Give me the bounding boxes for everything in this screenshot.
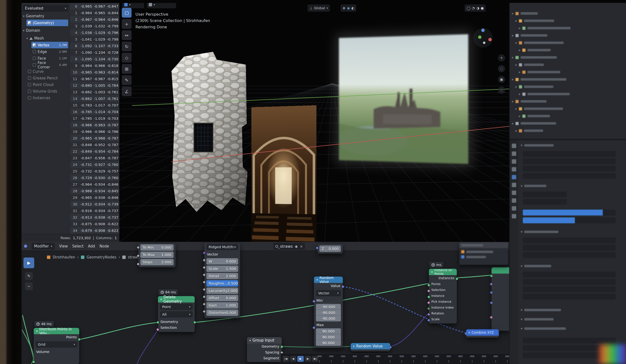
outliner-row[interactable]: ▸	[519, 70, 560, 74]
socket-vector-in[interactable]	[465, 332, 467, 335]
sidebar-item-instances[interactable]: Instances	[26, 95, 68, 101]
table-row[interactable]: 4-1.038-1.029-0.796	[70, 29, 119, 36]
max-vector-fields[interactable]: 90.00090.00090.000	[316, 328, 341, 346]
sidebar-item-face-corner[interactable]: Face Corner4.4M	[31, 62, 68, 68]
property-field[interactable]	[523, 272, 616, 277]
panel-header[interactable]: ▾	[521, 184, 546, 188]
table-row[interactable]: 23-0.847-0.956-0.787	[70, 155, 119, 161]
outliner-row[interactable]: ▸	[519, 92, 570, 96]
outliner-row[interactable]: ▸	[515, 63, 544, 66]
sidebar-item-vertex[interactable]: Vertex1.7M	[31, 42, 68, 48]
node-group-name[interactable]: straws	[280, 244, 293, 249]
shading-icon[interactable]: ◯	[467, 6, 470, 10]
shading-icon[interactable]: ◑	[476, 6, 479, 10]
properties-tab[interactable]	[512, 159, 516, 164]
outliner-row[interactable]: ▸	[512, 56, 557, 59]
vector-component-field[interactable]: 90.000	[316, 334, 341, 340]
annotate-tool[interactable]: ✎	[25, 272, 33, 280]
select-box-tool[interactable]: ▢	[122, 8, 132, 18]
collapse-icon[interactable]: ▾	[36, 330, 38, 333]
viewport-side-button[interactable]: ◌	[498, 65, 505, 72]
table-row[interactable]: 12-0.880-1.005-0.764	[70, 82, 119, 89]
scale-tool[interactable]: ◇	[122, 53, 132, 63]
property-field[interactable]	[523, 199, 567, 205]
menu-view[interactable]: View	[59, 244, 68, 248]
property-field[interactable]	[523, 245, 616, 251]
transform-tool[interactable]: ⊞	[122, 64, 132, 74]
table-row[interactable]: 15-0.783-1.017-0.707	[70, 102, 119, 108]
panel-header[interactable]: ▾	[521, 308, 561, 312]
church-interior-image[interactable]	[251, 105, 316, 242]
outliner-row[interactable]: ▸	[519, 26, 571, 30]
shading-mode-icons[interactable]: ◯◔◑●	[465, 4, 486, 12]
domain-section[interactable]: ▾ Domain	[23, 27, 68, 34]
navigation-gizmo[interactable]	[473, 28, 493, 48]
table-row[interactable]: 24-0.731-0.927-0.760	[70, 161, 119, 168]
table-row[interactable]: 5-1.041-1.029-0.798	[70, 36, 119, 42]
table-row[interactable]: 7-1.090-1.104-0.728	[70, 49, 119, 56]
node-noise-texture[interactable]: Ridged Multifractal ▾ Vector W0.000Scale…	[204, 243, 240, 318]
outliner-row[interactable]: ▸	[512, 12, 538, 15]
node-group-datablock[interactable]: straws ◆ ×	[274, 243, 305, 250]
outliner-row[interactable]: ▸	[512, 34, 547, 37]
transform-orientation-dropdown[interactable]: ⊥ Global ▾	[308, 4, 330, 12]
outliner-row[interactable]: ▸	[515, 85, 553, 88]
table-row[interactable]: 29-0.965-0.938-0.846	[70, 194, 119, 201]
panel-header[interactable]: ▾	[521, 144, 554, 147]
socket-points-out[interactable]	[78, 338, 81, 341]
mode-dropdown[interactable]: ▾	[122, 3, 144, 8]
cursor-tool[interactable]: +	[122, 19, 132, 29]
move-tool[interactable]: ↔	[122, 30, 132, 40]
collapse-icon[interactable]: ▾	[431, 270, 433, 274]
table-row[interactable]: 28-0.968-0.934-0.845	[70, 188, 119, 194]
node-random-value-2[interactable]: ▾ Random Value	[351, 343, 390, 351]
node-random-value[interactable]: ▾ Random Value Value Vector▾ Min -90.000…	[314, 277, 343, 348]
table-row[interactable]: 25-0.732-0.929-0.757	[70, 168, 119, 174]
property-field[interactable]	[523, 173, 616, 179]
property-field[interactable]	[523, 252, 616, 258]
property-field[interactable]	[523, 338, 616, 343]
view-dropdowns[interactable]: ▾	[147, 3, 176, 8]
outliner-row[interactable]: ▸	[519, 48, 551, 52]
table-row[interactable]: 13-0.882-1.003-0.761	[70, 89, 119, 95]
domain-dropdown[interactable]: Point▾	[160, 304, 193, 310]
socket-value-out[interactable]	[342, 285, 344, 288]
outliner-row[interactable]: ▸	[512, 122, 556, 125]
landscape-volume-image[interactable]	[339, 34, 468, 164]
viewport-side-button[interactable]: ▣	[498, 76, 505, 83]
socket-in[interactable]	[428, 284, 430, 287]
property-field[interactable]	[523, 192, 567, 198]
table-row[interactable]: 30-0.912-0.934-0.739	[70, 201, 119, 207]
table-row[interactable]: 2-0.967-0.964-0.846	[70, 16, 119, 23]
properties-tab[interactable]	[512, 206, 516, 211]
vector-component-field[interactable]: -90.000	[316, 316, 341, 322]
outliner-row[interactable]: ▸	[512, 100, 547, 103]
table-row[interactable]: 26-0.729-0.930-0.760	[70, 174, 119, 181]
socket-in[interactable]	[490, 301, 493, 304]
snap-proportional-icons[interactable]: ⊕◉◐	[341, 4, 356, 12]
collapse-icon[interactable]: ▾	[316, 278, 318, 281]
table-row[interactable]: 33-0.875-0.908-0.622	[70, 221, 119, 227]
socket-min-in[interactable]	[313, 300, 315, 303]
node-field-lacunarity[interactable]: Lacunarity2.000	[206, 288, 238, 294]
geometry-section[interactable]: ▾ Geometry	[23, 13, 68, 20]
sidebar-item-point-cloud[interactable]: Point Cloud	[26, 81, 68, 88]
sidebar-item-edge[interactable]: Edge2.9M	[31, 48, 68, 55]
jump-start-button[interactable]: |◀	[283, 356, 289, 362]
property-field[interactable]	[523, 237, 616, 243]
node-vector-fragment[interactable]: Z 0.000	[317, 244, 343, 254]
prev-frame-button[interactable]: ◀	[290, 356, 296, 362]
vector-component-field[interactable]: -90.000	[316, 304, 341, 310]
menu-node[interactable]: Node	[100, 244, 109, 248]
table-row[interactable]: 8-1.095-1.104-0.730	[70, 56, 119, 62]
shading-icon[interactable]: ●	[481, 6, 484, 10]
collapse-icon[interactable]: ▾	[160, 298, 162, 301]
table-row[interactable]: 19-0.966-0.966-0.786	[70, 128, 119, 135]
node-instance-on-points[interactable]: ▾ Instance on Points Instances PointsSel…	[429, 269, 457, 324]
header-icon[interactable]: ◐	[352, 6, 354, 10]
table-row[interactable]: 18-0.966-0.963-0.787	[70, 122, 119, 128]
table-row[interactable]: 32-0.913-0.938-0.737	[70, 214, 119, 221]
socket-volume-in[interactable]	[32, 361, 35, 363]
min-vector-fields[interactable]: -90.000-90.000-90.000	[316, 304, 341, 322]
menu-select[interactable]: Select	[72, 244, 83, 248]
